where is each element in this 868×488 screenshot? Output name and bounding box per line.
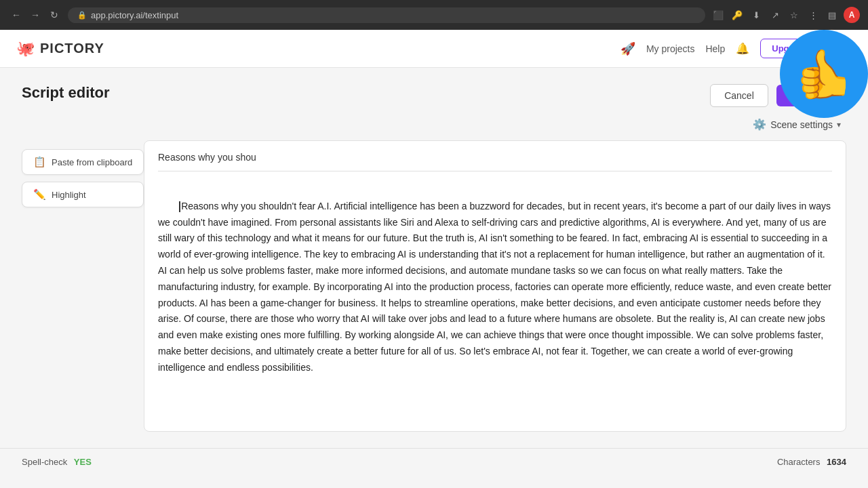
help-link[interactable]: Help (705, 43, 725, 54)
browser-nav: ← → ↻ (8, 7, 62, 23)
logo-text: PICTORY (40, 41, 104, 56)
script-title[interactable]: Reasons why you shou (158, 152, 832, 163)
editor-divider (158, 171, 832, 171)
scene-settings-button[interactable]: ⚙️ Scene settings ▾ (747, 115, 846, 134)
bell-icon[interactable]: 🔔 (736, 42, 749, 55)
browser-avatar[interactable]: A (844, 7, 860, 23)
spell-check-label: Spell-check (22, 457, 67, 467)
download-button[interactable]: ⬇ (749, 7, 764, 22)
spell-check-section: Spell-check YES (22, 457, 92, 467)
text-cursor (179, 201, 180, 212)
scene-settings-label: Scene settings (770, 119, 833, 130)
gear-icon: ⚙️ (753, 118, 766, 131)
menu-button1[interactable]: ⋮ (806, 7, 821, 22)
scene-settings-bar: ⚙️ Scene settings ▾ (144, 115, 846, 134)
main-content: Script editor Cancel Proceed ⚙️ Scene se… (0, 68, 868, 448)
browser-chrome: ← → ↻ 🔒 app.pictory.ai/textinput ⬛ 🔑 ⬇ ↗… (0, 0, 868, 30)
extensions-button[interactable]: ⬛ (711, 7, 726, 22)
thumbs-up-icon: 👍 (795, 46, 854, 102)
script-body[interactable]: Reasons why you shouldn't fear A.I. Arti… (158, 182, 832, 392)
chevron-down-icon: ▾ (837, 120, 841, 129)
my-projects-link[interactable]: My projects (646, 43, 695, 54)
paste-from-clipboard-button[interactable]: 📋 Paste from clipboard (22, 149, 144, 175)
back-button[interactable]: ← (8, 7, 24, 23)
forward-button[interactable]: → (27, 7, 43, 23)
left-sidebar: 📋 Paste from clipboard ✏️ Highlight (22, 149, 144, 207)
bottom-bar: Spell-check YES Characters 1634 (0, 448, 868, 475)
star-button[interactable]: ☆ (787, 7, 802, 22)
logo[interactable]: 🐙 PICTORY (16, 40, 104, 58)
menu-button2[interactable]: ▤ (825, 7, 840, 22)
highlight-label: Highlight (52, 190, 86, 200)
script-body-text: Reasons why you shouldn't fear A.I. Arti… (158, 201, 834, 373)
logo-icon: 🐙 (16, 40, 35, 58)
paste-label: Paste from clipboard (52, 157, 132, 167)
lock-icon: 🔒 (77, 11, 87, 20)
rocket-icon[interactable]: 🚀 (620, 41, 635, 56)
editor-section: ⚙️ Scene settings ▾ Reasons why you shou… (144, 115, 846, 432)
characters-section: Characters 1634 (777, 457, 846, 467)
key-button[interactable]: 🔑 (730, 7, 745, 22)
app-header: 🐙 PICTORY 🚀 My projects Help 🔔 Upgrade A (0, 30, 868, 68)
cancel-button[interactable]: Cancel (710, 84, 768, 107)
highlight-icon: ✏️ (33, 188, 46, 201)
thumbs-overlay: 👍 (780, 30, 868, 118)
url-text: app.pictory.ai/textinput (91, 10, 178, 20)
editor-container[interactable]: Reasons why you shou Reasons why you sho… (144, 140, 846, 432)
highlight-button[interactable]: ✏️ Highlight (22, 182, 144, 207)
characters-label: Characters (777, 457, 821, 467)
browser-actions: ⬛ 🔑 ⬇ ↗ ☆ ⋮ ▤ A (711, 7, 860, 23)
address-bar[interactable]: 🔒 app.pictory.ai/textinput (68, 7, 705, 23)
clipboard-icon: 📋 (33, 156, 46, 168)
refresh-button[interactable]: ↻ (46, 7, 62, 23)
share-button[interactable]: ↗ (768, 7, 783, 22)
spell-check-value: YES (74, 457, 92, 467)
characters-value: 1634 (827, 457, 846, 467)
